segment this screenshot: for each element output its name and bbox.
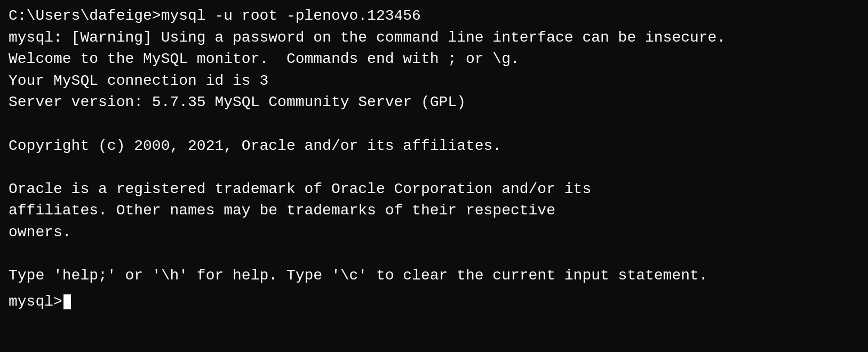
- terminal-output: C:\Users\dafeige>mysql -u root -plenovo.…: [9, 5, 859, 287]
- cursor: [63, 294, 71, 309]
- prompt-line[interactable]: mysql>: [9, 291, 859, 313]
- prompt-text: mysql>: [9, 291, 62, 313]
- terminal-window: C:\Users\dafeige>mysql -u root -plenovo.…: [9, 5, 859, 313]
